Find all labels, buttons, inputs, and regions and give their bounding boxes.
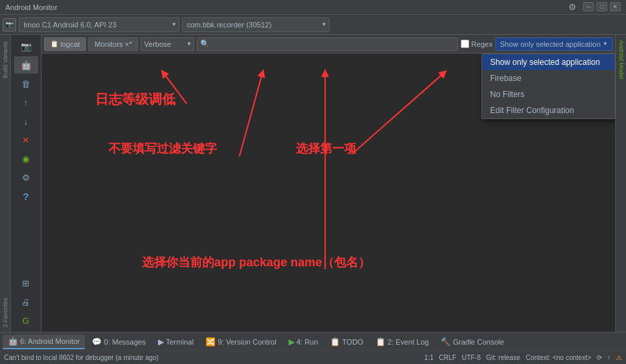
todo-icon: 📋 bbox=[330, 337, 340, 347]
version-control-label: 9: Version Control bbox=[218, 338, 276, 346]
bottom-tab-gradle[interactable]: 🔨 Gradle Console bbox=[435, 335, 509, 349]
status-git-branch[interactable]: Git: release bbox=[486, 354, 520, 361]
help-tool-icon[interactable]: ? bbox=[14, 187, 38, 205]
verbose-selector[interactable]: Verbose Debug Info Warn Error bbox=[141, 37, 194, 51]
filter-dropdown-button[interactable]: Show only selected application ▼ bbox=[495, 37, 613, 51]
android2-tool-icon[interactable]: ◉ bbox=[14, 150, 38, 167]
error-tool-icon[interactable]: ✕ bbox=[14, 131, 38, 149]
terminal-icon: ▶ bbox=[158, 337, 164, 347]
main-layout: Build Variants 2 Favorites 📷 🤖 🗑 ↑ ↓ ✕ ◉… bbox=[0, 35, 626, 332]
android-monitor-icon: 🤖 bbox=[8, 337, 18, 346]
minimize-button[interactable]: ─ bbox=[583, 2, 594, 11]
status-context: Context: <no context> bbox=[526, 354, 591, 361]
svg-line-2 bbox=[240, 73, 262, 157]
search-bar[interactable]: 🔍 bbox=[197, 37, 458, 51]
android-tool-icon[interactable]: 🤖 bbox=[14, 56, 38, 74]
down-tool-icon[interactable]: ↓ bbox=[14, 112, 38, 130]
gradle-tool-icon[interactable]: G bbox=[14, 312, 38, 329]
status-line-ending[interactable]: CRLF bbox=[439, 354, 457, 361]
bottom-tab-messages[interactable]: 💬 0: Messages bbox=[86, 335, 151, 349]
event-log-icon: 📋 bbox=[376, 337, 386, 347]
filter-dropdown-arrow: ▼ bbox=[603, 41, 608, 47]
content-panel: 📋 logcat Monitors ×* Verbose Debug Info … bbox=[42, 35, 615, 332]
camera-tool-icon[interactable]: 📷 bbox=[14, 37, 38, 55]
screenshot-icon[interactable]: 📷 bbox=[3, 18, 16, 31]
delete-tool-icon[interactable]: 🗑 bbox=[14, 75, 38, 92]
version-control-icon: 🔀 bbox=[206, 337, 216, 347]
app-title: Android Monitor bbox=[5, 3, 58, 11]
regex-checkbox[interactable] bbox=[461, 39, 469, 48]
search-input[interactable] bbox=[211, 37, 455, 51]
filter-option-show-selected[interactable]: Show only selected application bbox=[482, 54, 615, 70]
gradle-icon: 🔨 bbox=[441, 337, 451, 347]
status-right: 1:1 CRLF UTF-8 Git: release Context: <no… bbox=[424, 354, 622, 361]
right-sidebar-tab-android-model[interactable]: Android Model bbox=[617, 35, 626, 84]
regex-checkbox-label[interactable]: Regex bbox=[461, 39, 493, 48]
run-icon: ▶ bbox=[289, 337, 295, 347]
logcat-tab-label: logcat bbox=[60, 40, 80, 48]
window-controls: ⚙ ─ □ ✕ bbox=[568, 2, 621, 12]
gradle-label: Gradle Console bbox=[453, 338, 503, 346]
messages-label: 0: Messages bbox=[104, 338, 145, 346]
close-button[interactable]: ✕ bbox=[610, 2, 621, 11]
status-upload-icon[interactable]: ↑ bbox=[607, 354, 611, 361]
log-content-area: 日志等级调低 不要填写过滤关键字 选择第一项 选择你当前的app package… bbox=[42, 54, 615, 332]
bottom-tab-version-control[interactable]: 🔀 9: Version Control bbox=[200, 335, 281, 349]
todo-label: TODO bbox=[342, 338, 364, 346]
layout-tool-icon[interactable]: ⊞ bbox=[14, 274, 38, 292]
status-sync-icon[interactable]: ⟳ bbox=[597, 354, 602, 361]
regex-label-text: Regex bbox=[471, 40, 493, 48]
bottom-toolbar: 🤖 6: Android Monitor 💬 0: Messages ▶ Ter… bbox=[0, 332, 626, 351]
device-selector[interactable]: Imoo C1 Android 6.0, API 23 bbox=[19, 17, 179, 32]
filter-option-no-filters[interactable]: No Filters bbox=[482, 86, 615, 102]
maximize-button[interactable]: □ bbox=[597, 2, 607, 11]
logcat-icon: 📋 bbox=[50, 40, 58, 48]
left-sidebar: Build Variants 2 Favorites bbox=[0, 35, 11, 332]
status-encoding[interactable]: UTF-8 bbox=[462, 354, 481, 361]
status-message: Can't bind to local 8602 for debugger (a… bbox=[4, 354, 159, 361]
bottom-tab-android-monitor[interactable]: 🤖 6: Android Monitor bbox=[3, 335, 85, 349]
print-tool-icon[interactable]: 🖨 bbox=[14, 293, 38, 310]
filter-option-firebase[interactable]: Firebase bbox=[482, 70, 615, 86]
status-bar: Can't bind to local 8602 for debugger (a… bbox=[0, 351, 626, 364]
terminal-label: Terminal bbox=[166, 338, 194, 346]
sidebar-tab-favorites[interactable]: 2 Favorites bbox=[1, 294, 10, 332]
search-icon: 🔍 bbox=[200, 39, 210, 48]
logcat-tab[interactable]: 📋 logcat bbox=[44, 37, 86, 51]
right-sidebar: Android Model bbox=[615, 35, 626, 332]
settings-tool-icon[interactable]: ⚙ bbox=[14, 169, 38, 186]
up-tool-icon[interactable]: ↑ bbox=[14, 94, 38, 111]
filter-label: Show only selected application bbox=[500, 40, 601, 48]
settings-icon[interactable]: ⚙ bbox=[568, 2, 576, 12]
bottom-tab-event-log[interactable]: 📋 2: Event Log bbox=[370, 335, 435, 349]
monitors-tab-label: Monitors ×* bbox=[94, 40, 132, 48]
bottom-tab-terminal[interactable]: ▶ Terminal bbox=[153, 335, 200, 349]
status-position[interactable]: 1:1 bbox=[424, 354, 434, 361]
annotation-package-name: 选择你当前的app package name（包名） bbox=[142, 254, 370, 270]
bottom-tab-todo[interactable]: 📋 TODO bbox=[325, 335, 369, 349]
event-log-label: 2: Event Log bbox=[388, 338, 429, 346]
title-bar: Android Monitor ⚙ ─ □ ✕ bbox=[0, 0, 626, 15]
annotation-no-filter: 不要填写过滤关键字 bbox=[108, 141, 217, 157]
logcat-toolbar: 📋 logcat Monitors ×* Verbose Debug Info … bbox=[42, 35, 615, 54]
device-toolbar: 📷 Imoo C1 Android 6.0, API 23 ▼ com.bbk.… bbox=[0, 15, 626, 35]
bottom-tab-run[interactable]: ▶ 4: Run bbox=[283, 335, 323, 349]
messages-icon: 💬 bbox=[92, 337, 102, 347]
svg-line-1 bbox=[163, 73, 186, 104]
status-warning-icon[interactable]: ⚠ bbox=[616, 354, 622, 361]
android-monitor-label: 6: Android Monitor bbox=[20, 337, 80, 345]
filter-dropdown-menu: Show only selected application Firebase … bbox=[481, 54, 615, 119]
annotation-select-first: 选择第一项 bbox=[296, 141, 356, 157]
tool-icons-bar: 📷 🤖 🗑 ↑ ↓ ✕ ◉ ⚙ ? ⊞ 🖨 G bbox=[11, 35, 42, 332]
run-label: 4: Run bbox=[297, 338, 318, 346]
monitors-tab[interactable]: Monitors ×* bbox=[88, 37, 138, 51]
svg-line-3 bbox=[351, 73, 444, 155]
app-selector[interactable]: com.bbk.recorder (30512) bbox=[182, 17, 329, 32]
status-left: Can't bind to local 8602 for debugger (a… bbox=[4, 354, 159, 361]
sidebar-tab-build-variants[interactable]: Build Variants bbox=[1, 37, 10, 82]
annotation-log-level: 日志等级调低 bbox=[95, 90, 175, 108]
filter-option-edit-config[interactable]: Edit Filter Configuration bbox=[482, 102, 615, 118]
